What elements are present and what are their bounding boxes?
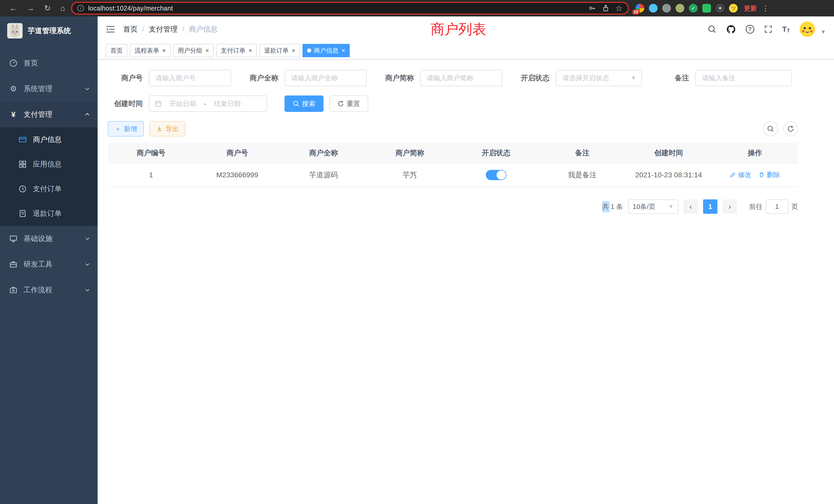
sidebar-item-workflow[interactable]: 工作流程 (0, 277, 97, 303)
close-icon[interactable]: × (292, 47, 295, 54)
merchant-no-input[interactable] (149, 70, 231, 86)
export-button[interactable]: 导出 (150, 121, 185, 137)
jump-page-input[interactable] (766, 199, 788, 214)
start-date-input[interactable] (164, 100, 202, 108)
github-icon[interactable] (726, 24, 736, 34)
remark-input[interactable] (695, 70, 792, 86)
extension-icon-pinwheel[interactable]: ✦ (716, 4, 724, 13)
extension-icon-drop[interactable] (649, 4, 658, 13)
sidebar-item-dev-tools[interactable]: 研发工具 (0, 251, 97, 277)
tab-label: 用户分组 (178, 46, 202, 55)
extension-icon-gray[interactable] (662, 4, 671, 13)
merchant-short-input[interactable] (420, 70, 502, 86)
extension-icon-square[interactable] (702, 4, 711, 13)
font-size-icon[interactable]: TT (782, 25, 790, 33)
page-size-select[interactable]: 10条/页 ▼ (628, 199, 678, 214)
share-icon[interactable] (602, 4, 609, 12)
tab-merchant-info[interactable]: 商户信息 × (303, 44, 350, 57)
forward-icon[interactable]: → (27, 4, 35, 12)
bank-card-icon (19, 136, 27, 144)
active-tab-dot (307, 48, 311, 53)
help-icon[interactable]: ? (746, 25, 754, 33)
page-content: 商户号 商户全称 商户简称 开启状态 请选择开启状态 (97, 60, 798, 214)
column-header: 开启状态 (453, 143, 539, 163)
tab-refund-order[interactable]: 退款订单 × (259, 44, 300, 57)
sidebar-item-app-info[interactable]: 应用信息 (0, 152, 97, 177)
tab-user-group[interactable]: 用户分组 × (173, 44, 214, 57)
password-key-icon[interactable] (588, 4, 596, 12)
chevron-down-icon: ▼ (668, 203, 674, 210)
search-button[interactable]: 搜索 (285, 95, 324, 112)
cell-actions: 修改 删除 (712, 163, 798, 187)
sidebar-logo[interactable]: 芋道管理系统 (0, 17, 97, 45)
extension-icon-colorful[interactable]: 10 (636, 4, 644, 13)
sidebar-item-label: 退款订单 (33, 209, 62, 219)
extension-icon-avatar[interactable] (676, 4, 684, 13)
fullscreen-icon[interactable] (764, 25, 772, 33)
sidebar-item-refund-order[interactable]: 退款订单 (0, 201, 97, 226)
tab-process-form[interactable]: 流程表单 × (130, 44, 171, 57)
date-range-picker[interactable]: - (149, 95, 267, 112)
chevron-down-icon (84, 287, 90, 293)
close-icon[interactable]: × (205, 47, 209, 54)
merchant-name-input[interactable] (285, 70, 367, 86)
extension-icon-check[interactable]: ✓ (689, 4, 698, 13)
breadcrumb-separator: / (182, 25, 184, 33)
sidebar-item-home[interactable]: 首页 (0, 50, 97, 76)
breadcrumb-separator: / (142, 25, 144, 33)
sidebar-item-payment[interactable]: ¥ 支付管理 (0, 101, 97, 127)
table-row: 1 M233666999 芋道源码 芋艿 我是备注 2021-10-23 08:… (108, 163, 798, 187)
browser-home-icon[interactable]: ⌂ (60, 4, 65, 12)
prev-page-button[interactable]: ‹ (683, 199, 698, 214)
sidebar-item-infrastructure[interactable]: 基础设施 (0, 226, 97, 251)
plus-icon: ＋ (114, 124, 121, 134)
status-toggle[interactable] (486, 170, 506, 180)
filter-status: 开启状态 请选择开启状态 ▼ (514, 70, 642, 86)
close-icon[interactable]: × (342, 47, 345, 54)
avatar[interactable] (799, 22, 815, 37)
grid-icon (19, 160, 27, 168)
browser-menu-icon[interactable]: ⋮ (762, 4, 770, 13)
status-select[interactable]: 请选择开启状态 ▼ (556, 70, 642, 86)
extension-icon-smiley[interactable]: ツ (729, 4, 738, 13)
address-bar[interactable]: i localhost:1024/pay/merchant ☆ (71, 2, 629, 15)
page-number-button[interactable]: 1 (703, 199, 718, 214)
chevron-down-icon (84, 261, 90, 268)
main-area: 首页 / 支付管理 / 商户信息 商户列表 ? (97, 17, 834, 504)
delete-link[interactable]: 删除 (759, 170, 780, 179)
site-info-icon[interactable]: i (77, 5, 84, 12)
tab-home[interactable]: 首页 (106, 44, 127, 57)
avatar-dropdown-caret-icon[interactable]: ▼ (821, 29, 826, 35)
tab-pay-order[interactable]: 支付订单 × (216, 44, 257, 57)
column-header: 商户简称 (367, 143, 453, 163)
filter-label: 备注 (654, 73, 689, 83)
breadcrumb-payment[interactable]: 支付管理 (149, 24, 178, 34)
toggle-search-icon-button[interactable] (763, 121, 778, 136)
next-page-button[interactable]: › (723, 199, 737, 214)
end-date-input[interactable] (208, 100, 246, 108)
payment-submenu: 商户信息 应用信息 支付订单 (0, 127, 97, 226)
sidebar-fold-icon[interactable] (106, 25, 115, 33)
reset-button[interactable]: 重置 (329, 95, 368, 112)
cell-merchant-no: M233666999 (194, 163, 280, 187)
add-button[interactable]: ＋ 新增 (108, 121, 144, 137)
breadcrumb-home[interactable]: 首页 (123, 24, 138, 34)
search-icon[interactable] (708, 25, 717, 33)
date-range-separator: - (204, 100, 206, 108)
close-icon[interactable]: × (248, 47, 252, 54)
close-icon[interactable]: × (162, 47, 166, 54)
refresh-table-button[interactable] (783, 121, 798, 136)
browser-update-button[interactable]: 更新 (744, 4, 757, 13)
edit-link[interactable]: 修改 (730, 170, 751, 179)
sidebar-item-merchant-info[interactable]: 商户信息 (0, 127, 97, 152)
sidebar-item-pay-order[interactable]: 支付订单 (0, 177, 97, 201)
bookmark-star-icon[interactable]: ☆ (615, 3, 623, 13)
pagination-total: 共 1 条 (602, 201, 623, 212)
tab-label: 首页 (110, 46, 123, 55)
back-icon[interactable]: ← (9, 4, 17, 12)
filter-label: 商户号 (108, 73, 143, 83)
filter-merchant-short: 商户简称 (379, 70, 502, 86)
reload-icon[interactable]: ↻ (44, 4, 50, 12)
filter-merchant-name: 商户全称 (243, 70, 367, 86)
sidebar-item-system[interactable]: ⚙ 系统管理 (0, 76, 97, 101)
